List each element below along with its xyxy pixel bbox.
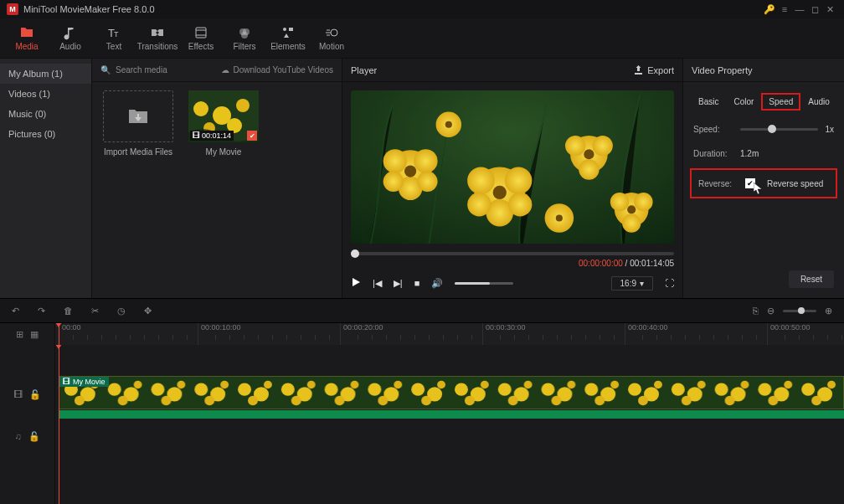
video-track-icon: 🎞 <box>13 389 23 399</box>
crop-button[interactable]: ✥ <box>144 306 152 316</box>
svg-text:T: T <box>114 30 119 39</box>
svg-rect-49 <box>59 377 843 409</box>
svg-point-32 <box>592 136 612 156</box>
svg-point-37 <box>634 193 652 211</box>
ribbon-tab-media[interactable]: Media <box>5 25 49 51</box>
lock-icon[interactable]: 🔓 <box>28 431 40 442</box>
prop-tab-basic[interactable]: Basic <box>692 94 725 110</box>
menu-icon[interactable]: ≡ <box>777 4 792 14</box>
reset-button[interactable]: Reset <box>789 270 834 288</box>
audio-track-icon: ♫ <box>14 431 21 441</box>
transitions-icon <box>150 25 165 40</box>
add-track-icon[interactable]: ⊞ <box>16 329 23 340</box>
volume-slider[interactable] <box>455 282 513 285</box>
timeline-video-clip[interactable]: 🎞 My Movie <box>59 376 844 409</box>
sidebar-item-videos[interactable]: Videos (1) <box>0 84 91 104</box>
svg-point-34 <box>584 149 594 159</box>
svg-point-18 <box>414 149 437 172</box>
prop-tab-color[interactable]: Color <box>727 94 760 110</box>
ribbon-tab-filters[interactable]: Filters <box>223 25 266 51</box>
speed-tool-icon[interactable]: ◷ <box>117 306 126 316</box>
svg-rect-7 <box>289 28 293 31</box>
reverse-label: Reverse: <box>698 179 738 188</box>
svg-point-25 <box>505 167 533 195</box>
sidebar-item-music[interactable]: Music (0) <box>0 104 91 124</box>
play-button[interactable] <box>351 277 361 289</box>
ribbon: Media Audio TT Text Transitions Effects … <box>0 18 844 59</box>
duration-value: 1.2m <box>740 149 759 158</box>
search-icon[interactable]: 🔍 <box>100 65 111 75</box>
zoom-slider[interactable] <box>783 310 816 312</box>
audio-track-lane[interactable] <box>55 415 844 457</box>
media-clip-thumbnail[interactable]: 🎞 00:01:14 ✔ <box>188 90 259 142</box>
prop-tab-speed[interactable]: Speed <box>762 94 800 110</box>
lock-icon[interactable]: 🔓 <box>29 389 41 400</box>
svg-point-20 <box>383 172 404 192</box>
svg-point-5 <box>241 32 248 39</box>
ribbon-tab-effects[interactable]: Effects <box>179 25 223 51</box>
zoom-out-button[interactable]: ⊖ <box>767 306 775 316</box>
split-button[interactable]: ✂ <box>91 306 99 316</box>
media-sidebar: My Album (1) Videos (1) Music (0) Pictur… <box>0 59 92 298</box>
undo-button[interactable]: ↶ <box>12 306 19 316</box>
clip-tag: 🎞 My Movie <box>59 377 109 387</box>
svg-point-33 <box>579 159 599 179</box>
reverse-checkbox-label: Reverse speed <box>767 179 823 188</box>
sidebar-item-pictures[interactable]: Pictures (0) <box>0 124 91 144</box>
track-layers-icon[interactable]: ▦ <box>30 329 39 340</box>
zoom-in-button[interactable]: ⊕ <box>825 306 832 316</box>
speed-slider[interactable] <box>740 128 818 131</box>
export-button[interactable]: Export <box>633 64 674 75</box>
timeline-ruler[interactable]: 00:00 00:00:10:00 00:00:20:00 00:00:30:0… <box>55 323 844 345</box>
download-youtube-button[interactable]: ☁ Download YouTube Videos <box>221 65 333 75</box>
speed-label: Speed: <box>693 125 733 134</box>
ribbon-tab-text[interactable]: TT Text <box>92 25 136 51</box>
chevron-down-icon: ▾ <box>640 279 644 288</box>
fullscreen-button[interactable]: ⛶ <box>665 278 674 288</box>
playhead[interactable] <box>59 323 59 345</box>
close-icon[interactable]: ✕ <box>822 4 837 15</box>
time-current: 00:00:00:00 <box>579 259 623 268</box>
time-total: 00:01:14:05 <box>630 259 674 268</box>
clip-audio-strip <box>59 410 844 419</box>
prev-frame-button[interactable]: |◀ <box>373 278 382 289</box>
svg-point-8 <box>331 29 337 36</box>
property-title: Video Property <box>683 59 844 82</box>
svg-rect-2 <box>196 28 206 38</box>
svg-point-41 <box>445 121 452 128</box>
svg-point-6 <box>283 28 286 31</box>
player-title: Player <box>351 65 377 75</box>
ribbon-tab-motion[interactable]: Motion <box>310 25 353 51</box>
search-placeholder[interactable]: Search media <box>116 65 167 75</box>
svg-point-22 <box>404 165 416 177</box>
ribbon-tab-audio[interactable]: Audio <box>49 25 92 51</box>
svg-point-38 <box>622 213 641 232</box>
film-icon: 🎞 <box>193 131 200 140</box>
svg-point-17 <box>383 149 407 172</box>
fit-timeline-icon[interactable]: ⎘ <box>753 306 759 316</box>
audio-icon <box>63 25 78 40</box>
volume-icon[interactable]: 🔊 <box>431 278 443 289</box>
minimize-icon[interactable]: — <box>792 4 807 14</box>
prop-tab-audio[interactable]: Audio <box>801 94 836 110</box>
key-icon[interactable]: 🔑 <box>762 4 777 15</box>
import-media-button[interactable] <box>103 90 173 142</box>
speed-value: 1x <box>825 125 834 134</box>
motion-icon <box>324 25 339 40</box>
ribbon-tab-transitions[interactable]: Transitions <box>136 25 179 51</box>
redo-button[interactable]: ↷ <box>38 306 45 316</box>
svg-point-21 <box>417 172 437 192</box>
svg-point-29 <box>493 186 507 199</box>
stop-button[interactable]: ■ <box>414 278 420 288</box>
player-viewport[interactable] <box>351 90 674 244</box>
duration-badge: 🎞 00:01:14 <box>190 131 234 141</box>
sidebar-item-myalbum[interactable]: My Album (1) <box>0 64 91 84</box>
delete-button[interactable]: 🗑 <box>64 306 73 316</box>
maximize-icon[interactable]: ◻ <box>807 4 822 15</box>
aspect-select[interactable]: 16:9 ▾ <box>611 276 653 291</box>
export-icon <box>633 64 644 75</box>
next-frame-button[interactable]: ▶| <box>394 278 403 289</box>
ribbon-tab-elements[interactable]: Elements <box>266 25 310 51</box>
svg-point-10 <box>193 101 208 116</box>
seek-bar[interactable] <box>351 252 674 255</box>
